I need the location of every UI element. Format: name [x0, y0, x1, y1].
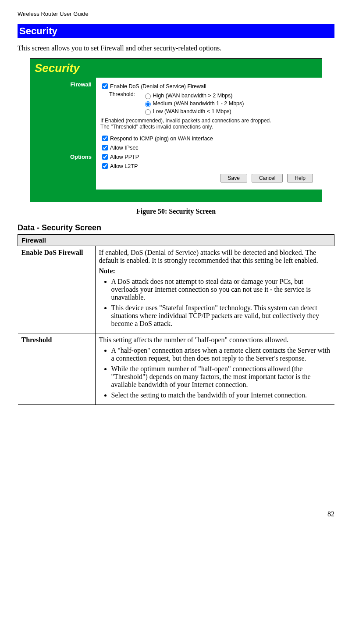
threshold-medium-label: Medium (WAN bandwidth 1 - 2 Mbps): [153, 100, 244, 107]
pptp-checkbox[interactable]: [102, 154, 108, 160]
note-line-2: The "Threshold" affects invalid connecti…: [100, 124, 317, 130]
icmp-label: Respond to ICMP (ping) on WAN interface: [110, 136, 213, 142]
row1-note-label: Note:: [99, 267, 331, 275]
row2-bullet1: A "half-open" connection arises when a r…: [111, 347, 331, 362]
data-subhead: Data - Security Screen: [18, 223, 334, 233]
row1-bullet1: A DoS attack does not attempt to steal d…: [111, 278, 331, 301]
doc-header: Wireless Router User Guide: [18, 11, 334, 17]
row1-p1: If enabled, DoS (Denial of Service) atta…: [99, 249, 331, 265]
security-screenshot: Security Firewall Options Enable DoS (De…: [30, 58, 322, 202]
row2-p1: This setting affects the number of "half…: [99, 336, 331, 344]
side-label-options: Options: [30, 154, 92, 160]
side-label-firewall: Firewall: [30, 81, 92, 88]
row2-bullet3: Select the setting to match the bandwidt…: [111, 391, 331, 399]
row1-bullet2: This device uses "Stateful Inspection" t…: [111, 304, 331, 328]
data-table: Firewall Enable DoS Firewall If enabled,…: [18, 234, 334, 405]
threshold-high-label: High (WAN bandwidth > 2 Mbps): [153, 93, 233, 99]
l2tp-checkbox[interactable]: [102, 163, 108, 169]
icmp-checkbox[interactable]: [102, 136, 108, 141]
row-enable-dos-label: Enable DoS Firewall: [18, 246, 96, 333]
note-line-1: If Enabled (recommended), invalid packet…: [100, 118, 317, 124]
threshold-label: Threshold:: [109, 91, 141, 97]
table-section-firewall: Firewall: [18, 235, 334, 246]
threshold-medium-radio[interactable]: [145, 101, 151, 107]
figure-caption: Figure 50: Security Screen: [18, 208, 334, 215]
threshold-high-radio[interactable]: [145, 93, 151, 99]
threshold-low-radio[interactable]: [145, 109, 151, 115]
save-button[interactable]: Save: [220, 174, 247, 182]
enable-dos-label: Enable DoS (Denial of Service) Firewall: [110, 83, 206, 89]
cancel-button[interactable]: Cancel: [252, 174, 283, 182]
page-number: 82: [18, 510, 334, 518]
threshold-low-label: Low (WAN bandwidth < 1 Mbps): [153, 108, 231, 114]
row-threshold-label: Threshold: [18, 333, 96, 405]
section-title: Security: [18, 24, 334, 38]
pptp-label: Allow PPTP: [110, 154, 139, 160]
row2-bullet2: While the optimum number of "half-open" …: [111, 365, 331, 389]
ipsec-checkbox[interactable]: [102, 145, 108, 150]
ipsec-label: Allow IPsec: [110, 145, 139, 151]
screenshot-title: Security: [30, 59, 322, 78]
l2tp-label: Allow L2TP: [110, 163, 138, 169]
help-button[interactable]: Help: [287, 174, 313, 182]
enable-dos-checkbox[interactable]: [102, 83, 108, 89]
intro-text: This screen allows you to set Firewall a…: [18, 44, 334, 52]
